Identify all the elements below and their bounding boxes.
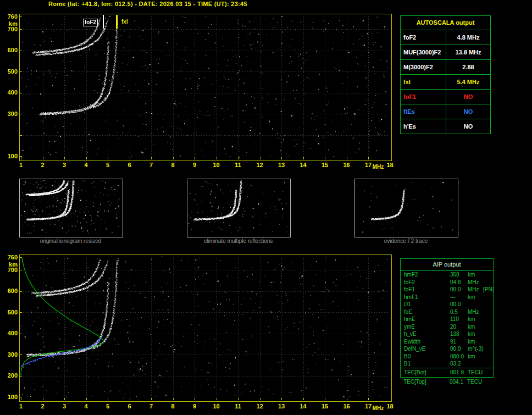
- autoscala-row: ftEsNO: [401, 104, 490, 119]
- x-tick-label: 12: [253, 403, 267, 410]
- aip-row-extra: [483, 294, 493, 301]
- aip-output-panel: AIP output hmF2358kmfoF204.8MHzfoF100.0M…: [400, 258, 494, 378]
- aip-row-value: 04.8: [450, 279, 468, 286]
- aip-row: B103.2: [401, 360, 493, 368]
- aip-row-label: B1: [404, 360, 450, 368]
- x-tick-label: 8: [166, 162, 180, 168]
- foF2-marker-label: foF2: [83, 19, 98, 26]
- aip-row-value: 110: [450, 316, 468, 323]
- autoscala-row-value: NO: [446, 90, 490, 104]
- thumbnail-original-ionogram: [19, 179, 123, 237]
- x-tick-label: 17: [361, 403, 375, 410]
- aip-row-extra: [483, 330, 493, 338]
- aip-row-label: foF1: [404, 286, 450, 294]
- aip-row-extra: [483, 338, 493, 346]
- aip-panel-header: AIP output: [401, 259, 493, 271]
- app-window: Rome (lat: +41.8, lon: 012.5) - DATE: 20…: [0, 0, 532, 415]
- aip-row-extra: [483, 279, 493, 286]
- thumbnail-multiple-reflections: [187, 179, 291, 237]
- y-tick-label: 760: [2, 254, 18, 261]
- aip-row-extra: [483, 271, 493, 279]
- autoscala-panel-header: AUTOSCALA output: [401, 16, 490, 30]
- x-tick-label: 16: [340, 403, 354, 410]
- x-tick-label: 12: [253, 162, 267, 168]
- autoscala-row: MUF(3000)F213.8 MHz: [401, 45, 490, 60]
- y-tick-label: 100: [2, 394, 18, 400]
- autoscala-row-value: 4.8 MHz: [446, 30, 490, 45]
- aip-row-extra: [483, 301, 493, 308]
- aip-row-label: hmF1: [404, 294, 450, 301]
- x-tick-label: 5: [101, 403, 115, 410]
- x-tick-label: 1: [14, 403, 28, 410]
- aip-row-unit: km: [468, 338, 483, 346]
- autoscala-row: fxI5.4 MHz: [401, 75, 490, 90]
- autoscala-row: foF24.8 MHz: [401, 30, 490, 45]
- y-tick-label: 500: [2, 69, 18, 75]
- thumbnail-original-canvas: [20, 179, 121, 236]
- y-tick-label: 700: [2, 26, 18, 32]
- aip-row-label: foF2: [404, 279, 450, 286]
- aip-row: h_vE138km: [401, 330, 493, 338]
- aip-row-label: h_vE: [404, 330, 450, 338]
- x-tick-label: 2: [36, 403, 50, 410]
- x-tick-label: 2: [36, 162, 50, 168]
- tec-row-label: TEC[Bot]: [404, 368, 450, 377]
- aip-row: Ewidth91km: [401, 338, 493, 346]
- x-tick-label: 15: [318, 403, 332, 410]
- thumbnail-reflections-canvas: [187, 179, 289, 236]
- thumbnail-f2-trace: [354, 179, 458, 237]
- tec-row-label: TEC[Top]: [403, 378, 450, 386]
- aip-row-value: 00.0: [450, 301, 468, 308]
- x-tick-label: 4: [79, 403, 93, 410]
- x-tick-label: 16: [340, 162, 354, 168]
- tec-bottom-row: TEC[Bot]001.9TECU: [401, 368, 493, 377]
- y-tick-label: 400: [2, 330, 18, 336]
- x-tick-label: 13: [274, 162, 289, 168]
- autoscala-row-label: MUF(3000)F2: [401, 45, 446, 59]
- aip-row-value: 03.2: [450, 360, 468, 368]
- y-tick-label: 300: [2, 111, 18, 117]
- aip-row: hmE110km: [401, 316, 493, 323]
- aip-row: DelN_vE00.0m^(-3): [401, 345, 493, 353]
- aip-row-unit: m^(-3): [468, 345, 483, 353]
- x-tick-label: 7: [144, 403, 158, 410]
- y-tick-label: 300: [2, 352, 18, 358]
- y-tick-label: 600: [2, 47, 18, 53]
- aip-row-extra: [483, 316, 493, 323]
- y-tick-label: 700: [2, 267, 18, 273]
- x-tick-label: 17: [361, 162, 375, 168]
- y-axis-unit: km: [2, 21, 18, 27]
- aip-row-unit: km: [468, 330, 483, 338]
- autoscala-row-label: fxI: [401, 75, 446, 89]
- aip-row-unit: MHz: [468, 279, 483, 286]
- y-tick-label: 400: [2, 90, 18, 96]
- autoscala-row-label: foF1: [401, 90, 446, 104]
- x-tick-label: 9: [187, 403, 202, 410]
- x-tick-label: 9: [187, 162, 202, 168]
- y-axis-unit: km: [2, 262, 18, 268]
- autoscala-row: h'EsNO: [401, 119, 490, 134]
- aip-row-extra: [483, 345, 493, 353]
- tec-row-value: 004.1: [450, 378, 467, 386]
- tec-row-extra: [483, 378, 496, 386]
- autoscala-row: M(3000)F22.88: [401, 60, 490, 75]
- aip-row-value: 138: [450, 330, 468, 338]
- ionogram-canvas: [20, 14, 390, 159]
- profile-plot-frame: [19, 254, 392, 402]
- aip-row-value: 0.5: [450, 308, 468, 316]
- x-tick-label: 10: [209, 403, 224, 410]
- x-tick-label: 1: [14, 162, 28, 168]
- x-tick-label: 13: [274, 403, 289, 410]
- thumbnail-f2-canvas: [355, 179, 457, 236]
- aip-row-value: 00.0: [450, 286, 468, 294]
- fxI-marker-line: [116, 15, 118, 29]
- tec-row-unit: TECU: [467, 378, 483, 386]
- aip-row-label: D1: [404, 301, 450, 308]
- aip-row-value: 080.0: [450, 353, 468, 361]
- aip-row-unit: km: [468, 316, 483, 323]
- tec-row-value: 001.9: [450, 368, 468, 377]
- y-tick-label: 760: [2, 14, 18, 20]
- thumbnail-caption-f2: evidence F2 trace: [354, 238, 457, 244]
- x-tick-label: 3: [57, 162, 71, 168]
- aip-row: B0080.0km: [401, 353, 493, 361]
